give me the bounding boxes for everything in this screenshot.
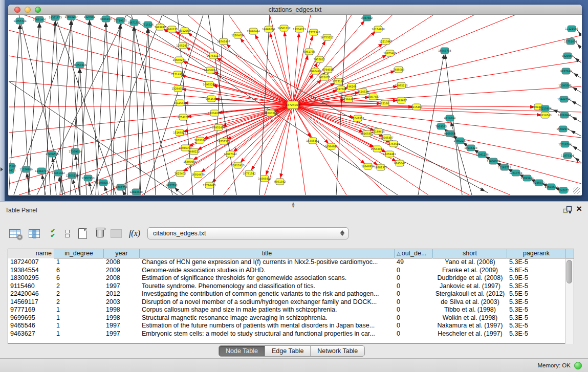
graph-edge[interactable] [37, 15, 126, 195]
graph-node[interactable]: 20206556 [46, 151, 58, 157]
cell-in_degree[interactable]: 1 [54, 306, 104, 314]
cell-out_de[interactable]: 49 [395, 258, 433, 267]
graph-edge[interactable] [336, 15, 346, 195]
graph-edge[interactable] [90, 17, 98, 195]
cell-name[interactable]: 19384554 [8, 267, 54, 275]
graph-node[interactable]: 6794018 [322, 67, 334, 73]
cell-name[interactable]: 9699695 [8, 314, 54, 322]
graph-node[interactable]: 7919385 [435, 123, 447, 129]
cell-title[interactable]: Corpus callosum shape and size in male p… [140, 306, 395, 314]
node-table[interactable]: namein_degreeyeartitle△out_de...shortpag… [8, 249, 574, 344]
graph-node[interactable]: 14055724 [13, 18, 26, 24]
graph-node[interactable]: 2087682 [361, 15, 373, 21]
function-builder-button[interactable]: f(x) [127, 225, 142, 242]
graph-edge[interactable] [188, 15, 293, 105]
graph-node[interactable]: 9245012 [533, 180, 545, 186]
graph-node[interactable]: 62160 [381, 100, 389, 106]
graph-node[interactable]: 9857791 [166, 182, 178, 188]
graph-node[interactable]: 15692971 [556, 126, 569, 132]
cell-name[interactable]: 9465546 [8, 322, 54, 330]
select-all-button[interactable]: ✔✔ [45, 225, 60, 242]
graph-edge[interactable] [293, 35, 581, 105]
graph-node[interactable]: 9329966 [562, 53, 573, 59]
graph-node[interactable]: 18981315 [374, 164, 387, 170]
graph-node[interactable]: 19561312 [277, 25, 290, 31]
graph-node[interactable]: 19958167 [97, 180, 110, 186]
graph-node[interactable]: 746266 [346, 83, 356, 90]
cell-name[interactable]: 9777169 [8, 306, 54, 314]
window-titlebar[interactable]: citations_edges.txt [8, 5, 582, 15]
cell-name[interactable]: 9463627 [8, 330, 54, 338]
graph-node[interactable]: 9227349 [560, 68, 572, 74]
toggle-rows-button[interactable] [59, 225, 75, 242]
cell-out_de[interactable]: 0 [395, 274, 433, 282]
table-body[interactable]: 1872400712008Changes of HCN gene express… [8, 258, 574, 338]
graph-node[interactable]: 15812413 [231, 162, 244, 168]
graph-node[interactable]: 17359924 [69, 148, 81, 155]
graph-node[interactable]: 15166822 [173, 129, 186, 136]
graph-edge[interactable] [284, 28, 293, 105]
graph-edge[interactable] [71, 17, 80, 195]
graph-node[interactable]: 16648784 [438, 48, 451, 54]
column-header-title[interactable]: title [140, 249, 395, 258]
cell-in_degree[interactable]: 1 [54, 322, 104, 330]
graph-node[interactable]: 17016504 [558, 141, 571, 147]
graph-node[interactable]: 11121546 [565, 26, 578, 32]
vertical-scrollbar[interactable] [565, 258, 574, 344]
cell-pagerank[interactable]: 5.9E-5 [507, 274, 566, 282]
network-canvas[interactable]: 1872400718300295746382299601258912954126… [9, 15, 581, 195]
float-panel-icon[interactable] [563, 206, 572, 214]
graph-node[interactable]: 9245072 [558, 187, 569, 193]
cell-title[interactable]: Genome-wide association studies in ADHD. [140, 267, 395, 275]
cell-year[interactable]: 1998 [104, 314, 140, 322]
table-row[interactable]: 946554611997Estimation of the future num… [8, 322, 574, 330]
cell-year[interactable]: 1997 [104, 282, 140, 291]
column-header-name[interactable]: name [8, 249, 54, 258]
tab-network-table[interactable]: Network Table [311, 346, 364, 356]
graph-edge[interactable] [126, 15, 398, 195]
graph-edge[interactable] [125, 23, 134, 195]
graph-node[interactable]: 15345451 [306, 138, 319, 144]
new-table-button[interactable] [75, 225, 90, 242]
graph-edge[interactable] [139, 25, 148, 195]
graph-node[interactable]: 10944223 [464, 145, 477, 151]
table-settings-button[interactable] [7, 225, 23, 242]
graph-edge[interactable] [568, 129, 581, 136]
graph-node[interactable]: 9165058 [444, 130, 455, 137]
cell-short[interactable]: de Silva et al. (2003) [433, 298, 507, 307]
graph-node[interactable]: 16965243 [203, 81, 215, 87]
cell-short[interactable]: Dudbridge et al. (2008) [433, 274, 507, 282]
cell-pagerank[interactable]: 5.5E-5 [507, 290, 566, 298]
graph-node[interactable]: 3624534 [357, 89, 368, 95]
graph-node[interactable]: 7485083 [393, 67, 404, 73]
graph-node[interactable]: 16753212 [320, 34, 333, 40]
cell-out_de[interactable]: 0 [395, 282, 433, 291]
graph-node[interactable]: 12652937 [176, 42, 189, 49]
graph-node[interactable]: 7515526 [142, 21, 154, 28]
table-row[interactable]: 1456911722003Disruption of a novel membe… [8, 298, 574, 307]
cell-out_de[interactable]: 0 [395, 330, 433, 338]
graph-edge[interactable] [162, 15, 488, 193]
graph-edge[interactable] [571, 71, 581, 78]
graph-edge[interactable] [293, 105, 510, 195]
cell-title[interactable]: Structural magnetic resonance image aver… [140, 314, 395, 322]
cell-title[interactable]: Embryonic stem cells: a model to study s… [140, 330, 395, 338]
graph-node[interactable]: 10694522 [545, 184, 557, 190]
graph-node[interactable]: 9861342 [274, 179, 286, 185]
cell-year[interactable]: 2012 [104, 290, 140, 298]
select-columns-button[interactable] [27, 225, 42, 242]
graph-node[interactable]: 16210643 [558, 112, 571, 118]
graph-node[interactable]: 19351673 [49, 15, 61, 20]
column-header-in_degree[interactable]: in_degree [54, 249, 104, 258]
graph-edge[interactable] [179, 60, 293, 105]
graph-edge[interactable] [293, 105, 306, 195]
cell-year[interactable]: 1997 [104, 330, 140, 338]
splitter-handle-icon[interactable]: ▲▼ [289, 202, 297, 206]
cell-in_degree[interactable]: 2 [54, 298, 104, 307]
graph-node[interactable]: 18724007 [286, 101, 300, 109]
graph-node[interactable]: 10807487 [366, 94, 379, 100]
graph-node[interactable]: 16754512 [387, 141, 400, 147]
graph-node[interactable]: 1527602 [84, 15, 95, 20]
cell-pagerank[interactable]: 5.3E-5 [507, 298, 566, 307]
graph-node[interactable]: 11041238 [475, 151, 488, 158]
